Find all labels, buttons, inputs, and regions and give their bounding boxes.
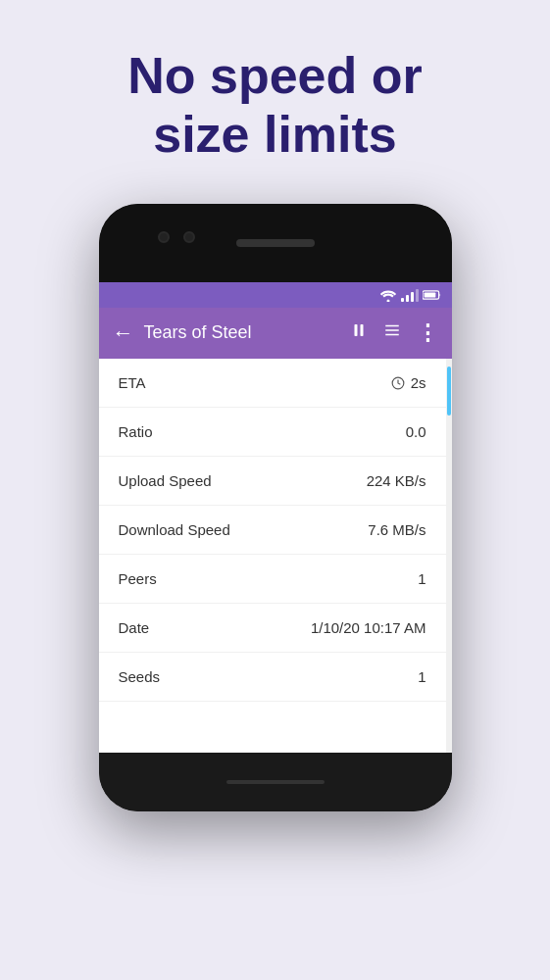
phone-bottom-bezel [99, 753, 452, 811]
info-value: 224 KB/s [367, 472, 426, 489]
info-label: Download Speed [119, 521, 230, 538]
svg-point-0 [386, 299, 389, 302]
info-label: Seeds [119, 668, 161, 685]
info-row: ETA2s [99, 359, 446, 408]
app-toolbar: ← Tears of Steel ⋮ [99, 308, 452, 359]
info-label: Date [119, 619, 150, 636]
scrollbar-track [446, 359, 452, 753]
info-value: 1 [418, 570, 425, 587]
headline-line2: size limits [153, 106, 397, 163]
battery-icon [423, 289, 442, 301]
phone-content-area: ETA2sRatio0.0Upload Speed224 KB/sDownloa… [99, 359, 452, 753]
status-bar [99, 282, 452, 308]
signal-bars [401, 288, 419, 302]
info-label: ETA [119, 374, 146, 391]
more-button[interactable]: ⋮ [417, 320, 438, 346]
phone-camera [158, 231, 195, 243]
info-value: 1/10/20 10:17 AM [311, 619, 426, 636]
svg-rect-6 [385, 329, 399, 331]
info-value: 2s [391, 374, 426, 391]
svg-rect-4 [360, 324, 363, 336]
list-button[interactable] [383, 321, 401, 344]
phone-top-bezel [99, 204, 452, 282]
info-row: Upload Speed224 KB/s [99, 457, 446, 506]
svg-rect-7 [385, 334, 399, 336]
scrollbar-thumb [447, 367, 451, 416]
svg-rect-5 [385, 325, 399, 327]
info-value: 0.0 [406, 423, 426, 440]
info-list: ETA2sRatio0.0Upload Speed224 KB/sDownloa… [99, 359, 446, 753]
signal-bar-4 [416, 289, 419, 302]
info-label: Peers [119, 570, 157, 587]
headline-line1: No speed or [127, 47, 423, 104]
signal-bar-1 [401, 298, 404, 302]
signal-bar-2 [406, 295, 409, 302]
signal-bar-3 [411, 292, 414, 302]
info-row: Date1/10/20 10:17 AM [99, 604, 446, 653]
pause-button[interactable] [350, 321, 368, 344]
phone-speaker [236, 239, 315, 247]
phone-mockup: ← Tears of Steel ⋮ ETA2sRatio0.0Upl [99, 204, 452, 811]
info-label: Ratio [119, 423, 153, 440]
clock-icon [391, 374, 407, 390]
status-icons [379, 288, 442, 302]
info-row: Download Speed7.6 MB/s [99, 506, 446, 555]
svg-rect-2 [424, 292, 435, 297]
info-value: 7.6 MB/s [368, 521, 425, 538]
app-title: Tears of Steel [144, 322, 340, 343]
info-row: Seeds1 [99, 653, 446, 702]
camera-dot-right [183, 231, 195, 243]
wifi-icon [379, 288, 397, 302]
home-indicator [226, 780, 325, 784]
info-label: Upload Speed [119, 472, 212, 489]
info-value: 1 [418, 668, 425, 685]
svg-rect-3 [354, 324, 357, 336]
toolbar-actions: ⋮ [350, 320, 438, 346]
info-row: Ratio0.0 [99, 408, 446, 457]
camera-dot-left [158, 231, 170, 243]
back-button[interactable]: ← [113, 322, 134, 344]
info-row: Peers1 [99, 555, 446, 604]
headline: No speed or size limits [88, 47, 462, 165]
